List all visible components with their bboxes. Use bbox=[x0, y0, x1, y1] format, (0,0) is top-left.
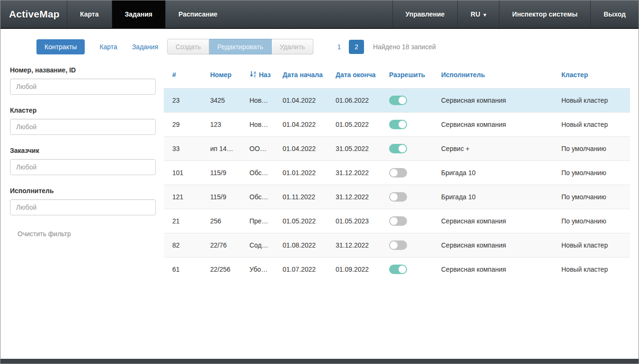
cell-date-start: 01.05.2022 bbox=[274, 209, 327, 233]
toggle-knob bbox=[399, 97, 406, 104]
cell-cluster: Новый кластер bbox=[553, 257, 630, 282]
cell-number: 256 bbox=[202, 209, 241, 233]
filter-label: Исполнитель bbox=[10, 187, 164, 195]
cell-date-end: 31.12.2022 bbox=[327, 233, 381, 257]
table-row[interactable]: 82 22/76 Сод… 01.08.2022 31.12.2022 Серв… bbox=[164, 233, 630, 257]
column-header-name[interactable]: A Z Наз bbox=[241, 64, 274, 89]
allow-toggle[interactable] bbox=[389, 216, 407, 226]
table-header: # Номер A Z bbox=[164, 64, 630, 89]
nav-item-system-inspector[interactable]: Инспектор системы bbox=[499, 0, 590, 28]
customer-input[interactable] bbox=[10, 159, 156, 175]
allow-toggle[interactable] bbox=[389, 240, 407, 250]
cell-date-start: 01.04.2022 bbox=[274, 137, 327, 161]
contracts-table-body: 23 3425 Нов… 01.04.2022 01.06.2022 Серви… bbox=[164, 89, 630, 282]
cell-id: 101 bbox=[164, 161, 202, 185]
nav-tab-map[interactable]: Карта bbox=[67, 0, 112, 28]
app-window: ActiveMap Карта Задания Расписание Управ… bbox=[0, 0, 639, 364]
create-button[interactable]: Создать bbox=[167, 39, 209, 54]
column-header-executor[interactable]: Исполнитель bbox=[433, 64, 553, 89]
toggle-knob bbox=[390, 241, 398, 249]
cell-date-end: 01.05.2022 bbox=[327, 113, 381, 137]
cell-number: 115/9 bbox=[202, 185, 241, 209]
cell-name: Пре… bbox=[241, 209, 274, 233]
page-2-active[interactable]: 2 bbox=[349, 40, 364, 54]
sort-alpha-desc-icon: A Z bbox=[249, 71, 257, 79]
cell-allowed bbox=[381, 257, 433, 282]
app-logo: ActiveMap bbox=[0, 0, 67, 28]
language-label: RU bbox=[470, 10, 480, 18]
cell-allowed bbox=[381, 233, 433, 257]
cell-id: 82 bbox=[164, 233, 202, 257]
allow-toggle[interactable] bbox=[389, 144, 407, 153]
cell-executor: Сервисная компания bbox=[433, 113, 553, 137]
column-header-date-start[interactable]: Дата начала bbox=[274, 64, 327, 89]
filter-group-cluster: Кластер bbox=[10, 107, 164, 135]
action-button-group: Создать Редактировать Удалить bbox=[167, 39, 313, 54]
table-row[interactable]: 29 123 Нов… 01.04.2022 01.05.2022 Сервис… bbox=[164, 113, 630, 137]
cell-cluster: По умолчанию bbox=[553, 161, 630, 185]
toggle-knob bbox=[399, 266, 406, 273]
toolbar: Создать Редактировать Удалить 1 2 Найден… bbox=[164, 39, 630, 54]
column-header-date-end[interactable]: Дата оконча bbox=[327, 64, 381, 89]
cell-number: 3425 bbox=[202, 89, 241, 113]
column-header-cluster[interactable]: Кластер bbox=[553, 64, 630, 89]
filter-group-executor: Исполнитель bbox=[10, 187, 164, 215]
table-row[interactable]: 61 22/256 Убо… 01.07.2022 01.09.2022 Сер… bbox=[164, 257, 630, 282]
executor-input[interactable] bbox=[10, 199, 156, 215]
edit-button[interactable]: Редактировать bbox=[209, 39, 272, 54]
nav-item-language[interactable]: RU ▾ bbox=[457, 0, 499, 28]
table-row[interactable]: 33 ип 14… ОО… 01.04.2022 31.05.2022 Серв… bbox=[164, 137, 630, 161]
cell-number: 123 bbox=[202, 113, 241, 137]
allow-toggle[interactable] bbox=[389, 168, 407, 178]
nav-item-management[interactable]: Управление bbox=[392, 0, 458, 28]
cell-date-start: 01.04.2022 bbox=[274, 113, 327, 137]
cell-name: Обс… bbox=[241, 161, 274, 185]
cell-date-start: 01.04.2022 bbox=[274, 89, 327, 113]
column-header-name-label: Наз bbox=[259, 71, 271, 79]
sidebar-tab-tasks[interactable]: Задания bbox=[132, 43, 158, 51]
clear-filter-link[interactable]: Очистить фильтр bbox=[18, 230, 71, 238]
cell-date-end: 31.12.2022 bbox=[327, 161, 381, 185]
svg-text:A: A bbox=[254, 71, 256, 74]
contracts-table: # Номер A Z bbox=[164, 64, 630, 281]
cell-date-start: 01.11.2022 bbox=[274, 185, 327, 209]
cell-date-end: 31.12.2022 bbox=[327, 185, 381, 209]
cell-cluster: По умолчанию bbox=[553, 185, 630, 209]
filter-label: Номер, название, ID bbox=[10, 66, 164, 74]
cell-id: 61 bbox=[164, 257, 202, 282]
cell-id: 21 bbox=[164, 209, 202, 233]
nav-tab-schedule[interactable]: Расписание bbox=[165, 0, 230, 28]
cell-name: ОО… bbox=[241, 137, 274, 161]
column-header-id[interactable]: # bbox=[164, 64, 202, 89]
nav-item-logout[interactable]: Выход bbox=[590, 0, 639, 28]
allow-toggle[interactable] bbox=[389, 96, 407, 105]
table-row[interactable]: 21 256 Пре… 01.05.2022 01.05.2023 Сервис… bbox=[164, 209, 630, 233]
number-name-id-input[interactable] bbox=[10, 79, 156, 95]
allow-toggle[interactable] bbox=[389, 265, 407, 274]
allow-toggle[interactable] bbox=[389, 192, 407, 202]
toggle-knob bbox=[390, 193, 398, 201]
cell-executor: Бригада 10 bbox=[433, 161, 553, 185]
cell-executor: Бригада 10 bbox=[433, 185, 553, 209]
table-row[interactable]: 23 3425 Нов… 01.04.2022 01.06.2022 Серви… bbox=[164, 89, 630, 113]
delete-button[interactable]: Удалить bbox=[272, 39, 313, 54]
allow-toggle[interactable] bbox=[389, 120, 407, 129]
column-header-number[interactable]: Номер bbox=[202, 64, 241, 89]
filter-group-number-name-id: Номер, название, ID bbox=[10, 66, 164, 95]
sidebar-tabs: Контракты Карта Задания bbox=[36, 39, 164, 54]
main-panel: Создать Редактировать Удалить 1 2 Найден… bbox=[164, 29, 639, 359]
nav-tab-tasks[interactable]: Задания bbox=[112, 0, 165, 28]
cell-name: Нов… bbox=[241, 113, 274, 137]
column-header-allowed[interactable]: Разрешить bbox=[381, 64, 433, 89]
pagination: 1 2 bbox=[332, 40, 364, 54]
cluster-input[interactable] bbox=[10, 119, 156, 135]
cell-allowed bbox=[381, 209, 433, 233]
sidebar-tab-map[interactable]: Карта bbox=[99, 43, 117, 51]
cell-date-end: 01.09.2022 bbox=[327, 257, 381, 282]
table-row[interactable]: 101 115/9 Обс… 01.01.2022 31.12.2022 Бри… bbox=[164, 161, 630, 185]
sidebar-tab-contracts[interactable]: Контракты bbox=[36, 39, 85, 54]
cell-number: 22/76 bbox=[202, 233, 241, 257]
table-row[interactable]: 121 115/9 Обс… 01.11.2022 31.12.2022 Бри… bbox=[164, 185, 630, 209]
page-1-link[interactable]: 1 bbox=[332, 40, 346, 53]
navbar-right-group: Управление RU ▾ Инспектор системы Выход bbox=[392, 0, 639, 28]
